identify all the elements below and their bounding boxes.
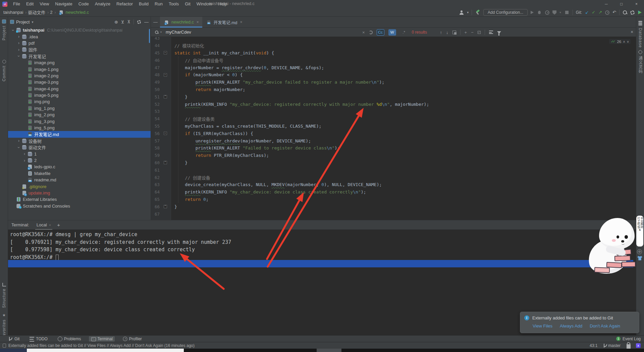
menu-item[interactable]: View [37, 0, 52, 8]
tree-chevron-icon[interactable]: › [16, 138, 21, 143]
tree-row[interactable]: › .idea [8, 33, 151, 40]
line-number[interactable]: 54 [151, 116, 160, 121]
line-number[interactable]: 65 [151, 197, 160, 202]
match-case-toggle[interactable]: Cc [377, 29, 384, 36]
code-line[interactable]: 53 [151, 108, 636, 115]
view-options-icon[interactable] [489, 31, 493, 34]
tool-window-button[interactable]: TODO [28, 336, 49, 342]
panel-settings-gear-icon[interactable] [137, 20, 141, 24]
tree-chevron-icon[interactable]: › [16, 47, 21, 52]
search-mode-dropdown-icon[interactable]: ▾ [160, 31, 162, 34]
inspection-widget[interactable]: ✓✓ 26 ∧ ∨ [609, 39, 631, 44]
line-number[interactable]: 52 [151, 102, 160, 107]
code-line[interactable]: 56 − if (IS_ERR(myCharClass)) { [151, 130, 636, 137]
tool-window-button[interactable]: Profiler [121, 336, 144, 342]
line-number[interactable]: 45 [151, 50, 160, 55]
code-line[interactable]: 47 majorNumber = register_chrdev(0, DEVI… [151, 64, 636, 71]
editor-tab[interactable]: 开发笔记.md × [202, 17, 246, 28]
menu-item[interactable]: Analyze [92, 0, 113, 8]
add-configuration-button[interactable]: Add Configuration... [483, 9, 528, 16]
tree-row[interactable]: .gitignore [8, 183, 151, 189]
tool-window-button[interactable]: Terminal [89, 336, 114, 342]
line-number[interactable]: 66 [151, 204, 160, 209]
tree-row[interactable]: › 2 [8, 157, 151, 164]
code-line[interactable]: 67 [151, 210, 636, 218]
menu-item[interactable]: Build [136, 0, 152, 8]
settings-gear-icon[interactable] [630, 10, 635, 15]
tree-chevron-icon[interactable]: › [16, 54, 21, 58]
project-panel-title[interactable]: Project [16, 19, 30, 25]
regex-toggle[interactable]: .* [400, 29, 408, 36]
line-number[interactable]: 55 [151, 124, 160, 129]
code-line[interactable]: 43 [151, 37, 636, 42]
sidebar-tab-lingma[interactable]: 通义灵码 [636, 50, 644, 74]
code-line[interactable]: 64 printk(KERN_INFO "my_char_device: dev… [151, 188, 636, 196]
code-line[interactable]: 50 return majorNumber; [151, 86, 636, 93]
fold-marker-icon[interactable]: ^ [164, 161, 167, 164]
close-search-icon[interactable]: × [631, 29, 633, 35]
breadcrumb-file[interactable]: newchrled.c [66, 10, 89, 15]
tree-row[interactable]: Makefile [8, 170, 151, 177]
line-number[interactable]: 51 [151, 94, 160, 99]
window-control-button[interactable]: ─ [599, 0, 614, 8]
prev-problem-icon[interactable]: ∧ [623, 40, 625, 43]
line-number[interactable]: 64 [151, 189, 160, 194]
tree-chevron-icon[interactable]: › [22, 151, 27, 156]
git-push-icon[interactable]: ↗ [598, 10, 602, 15]
project-scrollbar[interactable] [149, 29, 150, 43]
sidebar-tab-commit[interactable]: Commit [0, 60, 8, 81]
terminal-tab-local[interactable]: Local × [35, 220, 53, 230]
run-options-dropdown-icon[interactable]: ▾ [559, 10, 561, 15]
git-commit-icon[interactable]: ✓ [592, 10, 595, 15]
status-message[interactable]: Externally added files can be added to G… [8, 343, 195, 348]
tree-row[interactable]: › 开发笔记 [8, 53, 151, 59]
code-line[interactable]: 54 // 创建设备类 [151, 115, 636, 123]
line-number[interactable]: 59 [151, 153, 160, 158]
tree-chevron-icon[interactable]: › [16, 41, 21, 45]
build-icon[interactable] [475, 10, 480, 15]
line-number[interactable]: 56 [151, 131, 160, 136]
profiler-run-icon[interactable] [545, 10, 549, 15]
line-number[interactable]: 50 [151, 87, 160, 92]
project-view-dropdown-icon[interactable]: ▾ [32, 20, 33, 24]
code-line[interactable]: 46 // 自动申请设备号 [151, 56, 636, 64]
git-branch-widget[interactable]: master [603, 343, 621, 348]
code-line[interactable]: 45 − static int __init my_char_init(void… [151, 49, 636, 57]
line-number[interactable]: 43 [151, 37, 160, 41]
line-number[interactable]: 47 [151, 65, 160, 70]
whole-words-toggle[interactable]: W [388, 29, 396, 36]
code-line[interactable]: 59 return PTR_ERR(myCharClass); [151, 152, 636, 159]
terminal-tab-close-icon[interactable]: × [49, 223, 51, 227]
menu-item[interactable]: Git [182, 0, 194, 8]
user-icon[interactable] [459, 10, 464, 15]
stop-icon[interactable] [565, 11, 569, 14]
tree-row[interactable]: › 设备树 [8, 138, 151, 144]
tab-close-icon[interactable]: × [197, 20, 199, 25]
plugin-status-icon[interactable] [636, 343, 641, 348]
run-icon[interactable] [531, 11, 534, 14]
code-line[interactable]: 60 ^ } [151, 159, 636, 167]
menu-item[interactable]: Refactor [113, 0, 136, 8]
line-number[interactable]: 57 [151, 138, 160, 143]
new-terminal-session-icon[interactable]: + [57, 222, 60, 228]
zhong-plugin-icon[interactable]: 中 [637, 249, 642, 254]
next-occurrence-icon[interactable]: ↓ [446, 30, 448, 35]
tree-row[interactable]: img_1.png [8, 105, 151, 112]
tree-chevron-icon[interactable]: › [22, 158, 27, 163]
tree-row[interactable]: leds-gpio.c [8, 164, 151, 170]
code-line[interactable]: 51 ^ } [151, 93, 636, 100]
fold-marker-icon[interactable]: − [164, 51, 167, 54]
tree-row[interactable]: image-2.png [8, 73, 151, 79]
breadcrumb-label[interactable]: 驱动文件 [28, 9, 45, 15]
caret-position[interactable]: 43:1 [590, 343, 597, 348]
window-control-button[interactable]: □ [614, 0, 629, 8]
clear-search-icon[interactable]: × [362, 30, 365, 35]
event-log-button[interactable]: Event Log [623, 337, 641, 341]
next-problem-icon[interactable]: ∨ [627, 40, 629, 43]
tree-row[interactable]: image-1.png [8, 66, 151, 72]
code-line[interactable]: 55 myCharClass = class_create(THIS_MODUL… [151, 123, 636, 130]
code-line[interactable]: 52 printk(KERN_INFO "my_char_device: reg… [151, 100, 636, 108]
tree-row[interactable]: › taishanpai C:\Users\QINGJUE\Desktop\gi… [8, 27, 151, 33]
git-history-icon[interactable] [605, 10, 609, 15]
line-number[interactable]: 62 [151, 175, 160, 180]
